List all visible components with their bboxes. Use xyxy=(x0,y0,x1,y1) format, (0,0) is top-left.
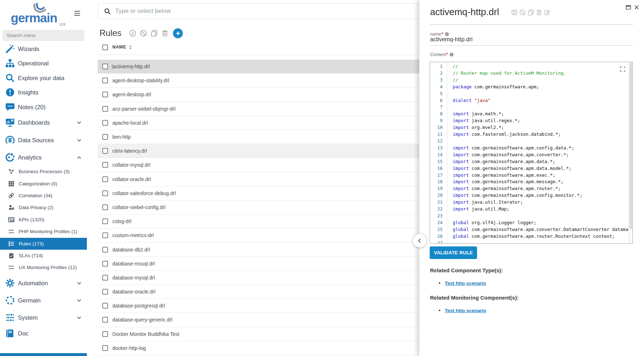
editor-scrollbar[interactable] xyxy=(629,62,633,243)
row-checkbox[interactable] xyxy=(102,232,108,238)
fullscreen-icon[interactable] xyxy=(620,66,625,72)
row-checkbox[interactable] xyxy=(102,247,108,253)
sidebar-item-data-privacy-2[interactable]: Data Privacy (2) xyxy=(0,202,87,213)
row-checkbox[interactable] xyxy=(102,162,108,168)
menu-icon[interactable] xyxy=(73,10,81,17)
row-checkbox[interactable] xyxy=(102,345,108,351)
table-row-apache-local-drl[interactable]: apache-local.drl xyxy=(98,116,419,130)
copy-icon[interactable] xyxy=(528,9,534,15)
row-checkbox[interactable] xyxy=(102,120,108,126)
row-checkbox[interactable] xyxy=(102,176,108,182)
sidebar-item-doc[interactable]: Doc xyxy=(0,327,87,340)
sidebar-item-dashboards[interactable]: Dashboards xyxy=(0,116,87,129)
chevron-down-icon[interactable] xyxy=(76,120,82,125)
save-icon[interactable] xyxy=(511,9,517,15)
main-search-input[interactable]: Type or select below xyxy=(98,3,420,19)
sidebar-item-business-processes-3[interactable]: Business Processes (3) xyxy=(0,166,87,177)
related-monitoring-link[interactable]: Test http scenario xyxy=(445,308,486,313)
sidebar-item-operational[interactable]: Operational xyxy=(0,56,87,70)
sidebar-item-php-monitoring-profiles-1[interactable]: PHP Monitoring Profiles (1) xyxy=(0,226,87,237)
ban-icon[interactable] xyxy=(140,30,147,37)
table-row-collator-siebel-config-drl[interactable]: collator-siebel-config.drl xyxy=(98,200,419,214)
table-row-ben-http[interactable]: ben-http xyxy=(98,130,419,144)
row-checkbox[interactable] xyxy=(102,148,108,154)
sidebar-item-rules-173[interactable]: Rules (173) xyxy=(0,238,87,250)
sidebar-item-notes-20[interactable]: Notes (20) xyxy=(0,100,87,114)
add-rule-button[interactable]: + xyxy=(173,28,183,38)
table-row-collator-salesforce-debug-drl[interactable]: collator-salesforce-debug.drl xyxy=(98,186,419,200)
table-row-cslog-drl[interactable]: cslog-drl xyxy=(98,214,419,228)
select-all-checkbox[interactable] xyxy=(102,45,108,50)
panel-collapse-button[interactable] xyxy=(413,234,426,248)
row-checkbox[interactable] xyxy=(102,134,108,140)
table-row-database-mysql-drl[interactable]: database-mysql.drl xyxy=(98,271,419,285)
table-row-activemq-http-drl[interactable]: activemq-http.drl xyxy=(98,60,419,74)
sidebar-item-categorization-0[interactable]: Categorization (0) xyxy=(0,178,87,190)
row-checkbox[interactable] xyxy=(102,289,108,295)
chevron-down-icon[interactable] xyxy=(76,315,82,320)
table-row-agent-desktop-stability-drl[interactable]: agent-desktop-stability.drl xyxy=(98,74,419,88)
table-row-docker-http-log[interactable]: docker-http-log xyxy=(98,341,419,355)
table-row-database-oracle-drl[interactable]: database-oracle.drl xyxy=(98,285,419,299)
chevron-down-icon[interactable] xyxy=(76,281,82,286)
row-checkbox[interactable] xyxy=(102,317,108,323)
row-checkbox[interactable] xyxy=(102,64,108,69)
sidebar-item-germain[interactable]: Germain xyxy=(0,293,87,307)
trash-icon[interactable] xyxy=(536,9,542,15)
table-row-database-db2-drl[interactable]: database-db2.drl xyxy=(98,242,419,256)
check-circle-icon[interactable] xyxy=(129,30,136,37)
sidebar-item-system[interactable]: System xyxy=(0,311,87,324)
table-row-collator-oracle-drl[interactable]: collator-oracle.drl xyxy=(98,172,419,186)
ban-icon[interactable] xyxy=(519,9,526,15)
sidebar-item-wizards[interactable]: Wizards xyxy=(0,42,87,56)
table-row-database-query-generic-drl[interactable]: database-query-generic.drl xyxy=(98,313,419,327)
sidebar-item-explore-your-data[interactable]: Explore your data xyxy=(0,71,87,85)
row-checkbox[interactable] xyxy=(102,92,108,97)
row-checkbox[interactable] xyxy=(102,261,108,267)
validate-rule-button[interactable]: VALIDATE RULE xyxy=(430,246,477,259)
row-checkbox[interactable] xyxy=(102,331,108,337)
sidebar-item-kpis-1320[interactable]: KPIs (1320) xyxy=(0,214,87,226)
app-logo[interactable]: germain ux xyxy=(10,2,75,28)
sidebar-item-correlation-34[interactable]: Correlation (34) xyxy=(0,190,87,202)
related-component-link[interactable]: Test http scenario xyxy=(445,281,486,286)
row-checkbox[interactable] xyxy=(102,190,108,196)
sidebar-item-insights[interactable]: Insights xyxy=(0,85,87,99)
editor-code[interactable]: //// Router map used for ActiveM Monitor… xyxy=(448,62,629,243)
link-icon xyxy=(8,193,14,199)
trash-icon[interactable] xyxy=(162,30,168,37)
maximize-icon[interactable] xyxy=(626,5,631,10)
close-icon[interactable] xyxy=(634,5,639,10)
sidebar-search-input[interactable]: Search menu xyxy=(3,30,84,41)
table-row-database-postgresql-drl[interactable]: database-postgresql.drl xyxy=(98,299,419,313)
row-checkbox[interactable] xyxy=(102,106,108,112)
rule-name: collator-mysql.drl xyxy=(112,162,150,168)
sidebar-item-analytics[interactable]: Analytics xyxy=(0,151,87,164)
row-checkbox[interactable] xyxy=(102,78,108,83)
table-row-citrix-latency-drl[interactable]: citrix-latency.drl xyxy=(98,144,419,158)
sidebar-item-slas-714[interactable]: SLAs (714) xyxy=(0,250,87,262)
chevron-up-icon[interactable] xyxy=(76,155,82,160)
sidebar-item-automation[interactable]: Automation xyxy=(0,276,87,290)
edit-icon[interactable] xyxy=(544,9,550,15)
table-row-collator-mysql-drl[interactable]: collator-mysql.drl xyxy=(98,158,419,172)
row-checkbox[interactable] xyxy=(102,275,108,281)
row-checkbox[interactable] xyxy=(102,303,108,309)
table-row-database-mssql-drl[interactable]: database-mssql.drl xyxy=(98,257,419,271)
table-row-docker-monitor-buddhika-test[interactable]: Docker Monitor Buddhika Test xyxy=(98,327,419,341)
name-field-value[interactable]: activemq-http.drl xyxy=(430,36,472,43)
chevron-down-icon[interactable] xyxy=(76,138,82,143)
table-row-custom-metrics-drl[interactable]: custom-metrics-drl xyxy=(98,228,419,242)
sidebar-item-label: Categorization (0) xyxy=(19,181,57,186)
row-checkbox[interactable] xyxy=(102,204,108,210)
column-header-name[interactable]: NAME xyxy=(112,45,132,50)
table-row-anz-parser-siebel-objmgr-drl[interactable]: anz-parser-siebel-objmgr-drl xyxy=(98,102,419,116)
row-checkbox[interactable] xyxy=(102,218,108,224)
sidebar-item-label: Rules (173) xyxy=(19,241,44,246)
sidebar-item-data-sources[interactable]: Data Sources xyxy=(0,133,87,147)
table-row-agent-desktop-drl[interactable]: agent-desktop.drl xyxy=(98,88,419,102)
copy-icon[interactable] xyxy=(151,30,158,37)
code-editor[interactable]: 1234567891011121314151617181920212223242… xyxy=(430,62,633,244)
sidebar-item-ux-monitoring-profiles-12[interactable]: UX Monitoring Profiles (12) xyxy=(0,262,87,273)
chevron-down-icon[interactable] xyxy=(76,298,82,303)
